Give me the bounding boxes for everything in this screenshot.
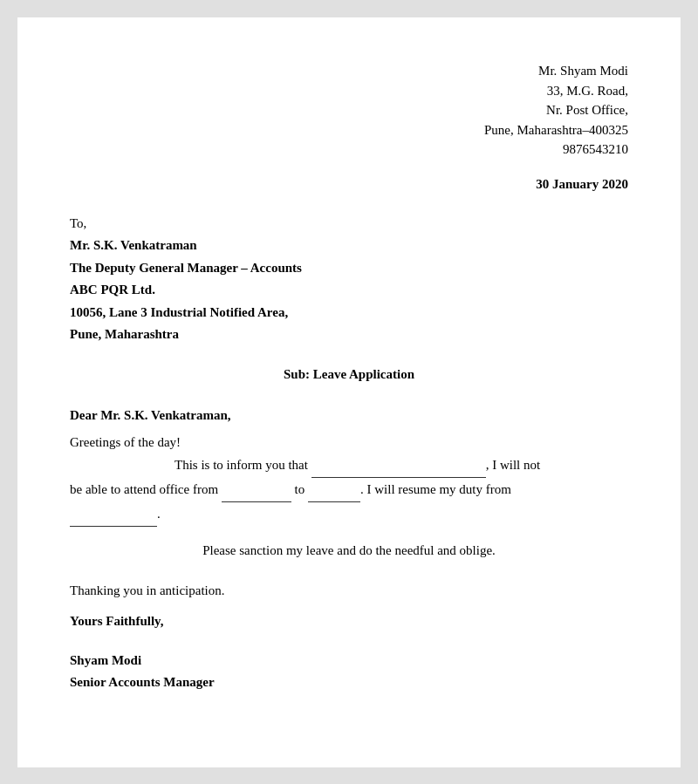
sender-phone: 9876543210: [70, 140, 628, 160]
salutation: Dear Mr. S.K. Venkatraman,: [70, 408, 628, 423]
date-line: 30 January 2020: [70, 177, 628, 192]
closing: Yours Faithfully,: [70, 614, 628, 629]
salutation-name: Mr. S.K. Venkatraman,: [100, 408, 230, 422]
recipient-block: To, Mr. S.K. Venkatraman The Deputy Gene…: [70, 213, 628, 346]
body-line2-suffix: . I will resume my duty from: [360, 482, 511, 496]
subject-line: Sub: Leave Application: [70, 367, 628, 382]
signature-block: Shyam Modi Senior Accounts Manager: [70, 650, 628, 694]
sanction-paragraph: Please sanction my leave and do the need…: [70, 539, 628, 562]
body-line1-suffix: , I will not: [486, 458, 541, 472]
sender-address-line1: 33, M.G. Road,: [70, 81, 628, 101]
signature-name: Shyam Modi: [70, 650, 628, 672]
indent-space: [70, 453, 174, 477]
blank-to-date: [308, 478, 360, 502]
recipient-address2: Pune, Maharashtra: [70, 324, 628, 346]
recipient-title: The Deputy General Manager – Accounts: [70, 257, 628, 280]
recipient-name: Mr. S.K. Venkatraman: [70, 235, 628, 257]
blank-resume-date: [70, 502, 157, 527]
sender-name: Mr. Shyam Modi: [70, 61, 628, 81]
recipient-address1: 10056, Lane 3 Industrial Notified Area,: [70, 302, 628, 324]
signature-title: Senior Accounts Manager: [70, 672, 628, 694]
blank-reason: [311, 453, 486, 478]
body-line2-middle: to: [295, 482, 305, 496]
body-line2-prefix: be able to attend office from: [70, 482, 218, 496]
letter-page: Mr. Shyam Modi 33, M.G. Road, Nr. Post O…: [17, 17, 681, 767]
body-paragraph: This is to inform you that , I will not …: [70, 453, 628, 527]
recipient-company: ABC PQR Ltd.: [70, 279, 628, 302]
sender-address: Mr. Shyam Modi 33, M.G. Road, Nr. Post O…: [70, 61, 628, 160]
salutation-text: Dear: [70, 408, 100, 422]
thanking-line: Thanking you in anticipation.: [70, 583, 628, 598]
body-line3-end: .: [157, 507, 161, 521]
to-label: To,: [70, 213, 628, 235]
sender-address-line3: Pune, Maharashtra–400325: [70, 120, 628, 140]
blank-from-date: [222, 478, 291, 502]
greeting: Greetings of the day!: [70, 435, 628, 450]
sender-address-line2: Nr. Post Office,: [70, 100, 628, 120]
body-line1-prefix: This is to inform you that: [174, 458, 308, 472]
